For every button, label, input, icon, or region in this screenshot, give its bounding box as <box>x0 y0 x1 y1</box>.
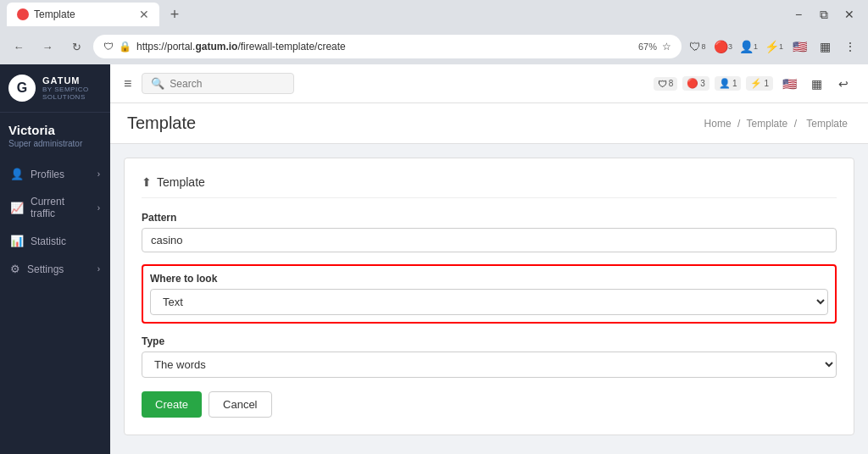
topbar-flag-icon[interactable]: 🇺🇸 <box>778 73 800 95</box>
extensions-icon[interactable]: 🛡8 <box>687 36 709 58</box>
content-spacer <box>110 449 868 454</box>
tab-favicon <box>17 8 29 20</box>
form-actions: Create Cancel <box>142 391 837 418</box>
topbar-user-badge[interactable]: 👤 1 <box>715 76 742 91</box>
sidebar-nav: 👤 Profiles › 📈 Current traffic › 📊 Stati… <box>0 153 110 454</box>
topbar-search: 🔍 <box>142 73 294 94</box>
search-icon: 🔍 <box>151 77 164 90</box>
form-section-header: ⬆ Template <box>142 175 837 198</box>
topbar-grid-icon[interactable]: ▦ <box>805 73 827 95</box>
forward-button[interactable]: → <box>36 35 59 58</box>
close-button[interactable]: ✕ <box>837 3 861 26</box>
topbar-alert-badge[interactable]: 🔴 3 <box>682 76 709 91</box>
window-controls: − ⧉ ✕ <box>787 3 861 26</box>
sync-icon[interactable]: ⚡1 <box>763 36 785 58</box>
breadcrumb-sep2: / <box>794 118 800 130</box>
sidebar-item-traffic-label: Current traffic <box>31 196 91 219</box>
logo-text: GATUM BY SEMPICO SOLUTIONS <box>42 75 102 101</box>
shield-icon: 🛡 <box>103 41 114 53</box>
profile-icon[interactable]: 👤1 <box>737 36 760 58</box>
address-bar[interactable]: 🛡 🔒 https://portal.gatum.io/firewall-tem… <box>93 35 682 58</box>
minimize-button[interactable]: − <box>787 3 810 26</box>
apps-grid-icon[interactable]: ▦ <box>814 36 836 58</box>
traffic-icon: 📈 <box>10 202 24 214</box>
type-label: Type <box>142 335 837 347</box>
content-header: Template Home / Template / Template <box>110 103 868 144</box>
settings-icon: ⚙ <box>10 263 20 275</box>
breadcrumb: Home / Template / Template <box>704 118 851 130</box>
where-to-look-group: Where to look TextURLHeaderBody <box>150 273 828 315</box>
username: Victoria <box>8 123 102 137</box>
form-container: ⬆ Template Pattern Where to look TextURL… <box>124 158 854 435</box>
maximize-button[interactable]: ⧉ <box>812 3 836 26</box>
tab-bar: Template ✕ + − ⧉ ✕ <box>0 0 868 29</box>
topbar-shield-badge[interactable]: 🛡 8 <box>654 77 678 91</box>
profiles-icon: 👤 <box>10 168 24 180</box>
chevron-icon: › <box>97 264 100 274</box>
app-wrapper: G GATUM BY SEMPICO SOLUTIONS Victoria Su… <box>0 64 868 454</box>
user-role: Super administrator <box>8 139 102 148</box>
menu-icon[interactable]: ⋮ <box>839 36 861 58</box>
where-to-look-select[interactable]: TextURLHeaderBody <box>150 289 828 315</box>
logo-letter: G <box>17 80 27 96</box>
star-icon[interactable]: ☆ <box>662 41 671 53</box>
sidebar-item-profiles[interactable]: 👤 Profiles › <box>0 160 110 188</box>
zoom-level: 67% <box>638 42 657 52</box>
topbar-sync-badge[interactable]: ⚡ 1 <box>746 76 773 91</box>
create-button[interactable]: Create <box>142 391 202 418</box>
sidebar-user: Victoria Super administrator <box>0 113 110 153</box>
page-title: Template <box>127 114 196 133</box>
chevron-icon: › <box>97 203 100 213</box>
upload-icon: ⬆ <box>142 175 152 189</box>
pattern-group: Pattern <box>142 212 837 252</box>
hamburger-menu-button[interactable]: ≡ <box>124 76 131 91</box>
sidebar-item-settings[interactable]: ⚙ Settings › <box>0 255 110 283</box>
notification-icon[interactable]: 🔴3 <box>712 36 734 58</box>
browser-right-icons: 🛡8 🔴3 👤1 ⚡1 🇺🇸 ▦ ⋮ <box>687 36 861 58</box>
flag-icon[interactable]: 🇺🇸 <box>788 36 810 58</box>
logo-name: GATUM <box>42 75 102 86</box>
address-bar-row: ← → ↻ 🛡 🔒 https://portal.gatum.io/firewa… <box>0 29 868 64</box>
address-url: https://portal.gatum.io/firewall-templat… <box>136 41 633 53</box>
sidebar-item-statistic-label: Statistic <box>31 235 66 247</box>
form-section-title: Template <box>157 175 205 189</box>
topbar-arrow-icon[interactable]: ↩ <box>832 73 854 95</box>
lock-icon: 🔒 <box>119 41 131 53</box>
breadcrumb-current: Template <box>806 118 848 130</box>
sidebar-item-settings-label: Settings <box>27 263 64 275</box>
search-input[interactable] <box>170 78 280 90</box>
topbar: ≡ 🔍 🛡 8 🔴 3 👤 1 ⚡ 1 🇺🇸 ▦ ↩ <box>110 64 868 103</box>
topbar-icons: 🛡 8 🔴 3 👤 1 ⚡ 1 🇺🇸 ▦ ↩ <box>654 73 854 95</box>
chevron-icon: › <box>97 169 100 179</box>
statistic-icon: 📊 <box>10 235 24 247</box>
pattern-input[interactable] <box>142 228 837 252</box>
new-tab-button[interactable]: + <box>163 3 186 26</box>
pattern-label: Pattern <box>142 212 837 224</box>
back-button[interactable]: ← <box>7 35 31 58</box>
cancel-button[interactable]: Cancel <box>209 391 271 418</box>
breadcrumb-section[interactable]: Template <box>747 118 788 130</box>
breadcrumb-sep1: / <box>737 118 743 130</box>
sidebar-item-profiles-label: Profiles <box>31 169 64 180</box>
type-select[interactable]: The wordsRegular expressionExact match <box>142 352 837 378</box>
refresh-button[interactable]: ↻ <box>64 35 88 58</box>
sidebar-item-statistic[interactable]: 📊 Statistic <box>0 227 110 255</box>
active-tab[interactable]: Template ✕ <box>7 3 159 26</box>
sidebar-item-current-traffic[interactable]: 📈 Current traffic › <box>0 188 110 227</box>
where-to-look-label: Where to look <box>150 273 828 285</box>
tab-title: Template <box>34 8 75 20</box>
tab-close-button[interactable]: ✕ <box>139 8 149 21</box>
sidebar: G GATUM BY SEMPICO SOLUTIONS Victoria Su… <box>0 64 110 454</box>
logo-circle: G <box>8 75 36 102</box>
type-group: Type The wordsRegular expressionExact ma… <box>142 335 837 378</box>
where-to-look-highlighted-group: Where to look TextURLHeaderBody <box>142 264 837 324</box>
breadcrumb-home[interactable]: Home <box>704 118 732 130</box>
logo-sub: BY SEMPICO SOLUTIONS <box>42 86 102 101</box>
main-content: Template Home / Template / Template ⬆ Te… <box>110 103 868 454</box>
sidebar-logo: G GATUM BY SEMPICO SOLUTIONS <box>0 64 110 113</box>
browser-chrome: Template ✕ + − ⧉ ✕ ← → ↻ 🛡 🔒 https://por… <box>0 0 868 64</box>
